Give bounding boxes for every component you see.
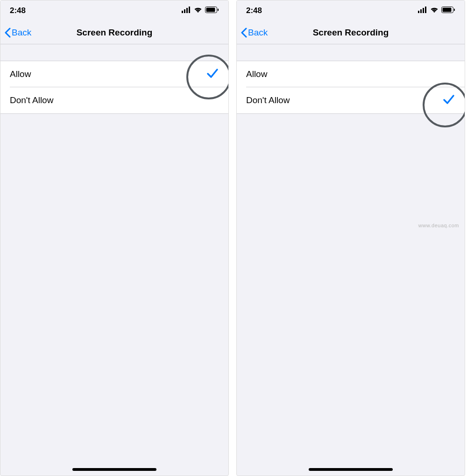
status-time: 2:48 [10,6,26,15]
svg-rect-5 [206,8,215,12]
home-indicator[interactable] [309,468,393,471]
option-allow[interactable]: Allow [0,61,228,87]
svg-rect-12 [443,8,452,12]
svg-rect-3 [189,7,190,13]
svg-rect-10 [425,7,426,13]
phone-screen-right: 2:48 Back Screen Recording Allow [236,0,465,476]
checkmark-icon [442,93,455,108]
content-area: Allow Don't Allow [237,44,465,114]
svg-rect-2 [186,8,188,13]
svg-rect-1 [184,9,185,13]
home-indicator[interactable] [72,468,156,471]
svg-rect-8 [420,9,422,13]
svg-rect-13 [454,9,455,11]
back-button[interactable]: Back [241,28,268,38]
option-dont-allow[interactable]: Don't Allow [0,87,228,113]
nav-bar: Back Screen Recording [0,21,228,44]
page-title: Screen Recording [0,28,228,38]
option-label: Allow [246,69,267,79]
svg-rect-7 [418,11,419,13]
status-bar: 2:48 [237,0,465,21]
checkmark-icon [206,67,219,82]
option-allow[interactable]: Allow [237,61,465,87]
nav-bar: Back Screen Recording [237,21,465,44]
cellular-icon [418,6,427,15]
battery-icon [441,6,455,15]
wifi-icon [430,6,439,15]
back-label: Back [248,28,268,38]
section-gap [237,44,465,61]
options-list: Allow Don't Allow [237,61,465,114]
svg-rect-6 [218,9,219,11]
phone-screen-left: 2:48 Back Screen Recording Allow [0,0,229,476]
options-list: Allow Don't Allow [0,61,228,114]
content-area: Allow Don't Allow [0,44,228,114]
page-title: Screen Recording [237,28,465,38]
status-icons [182,6,219,15]
watermark: www.deuaq.com [418,223,459,228]
chevron-left-icon [4,28,11,38]
chevron-left-icon [241,28,247,38]
svg-rect-9 [423,8,424,13]
wifi-icon [194,6,202,15]
status-bar: 2:48 [0,0,228,21]
svg-rect-0 [182,11,183,13]
option-label: Don't Allow [10,95,53,105]
battery-icon [205,6,219,15]
option-dont-allow[interactable]: Don't Allow [237,87,465,113]
option-label: Allow [10,69,31,79]
section-gap [0,44,228,61]
back-button[interactable]: Back [4,28,31,38]
option-label: Don't Allow [246,95,290,105]
status-icons [418,6,455,15]
back-label: Back [12,28,31,38]
cellular-icon [182,6,191,15]
status-time: 2:48 [246,6,262,15]
